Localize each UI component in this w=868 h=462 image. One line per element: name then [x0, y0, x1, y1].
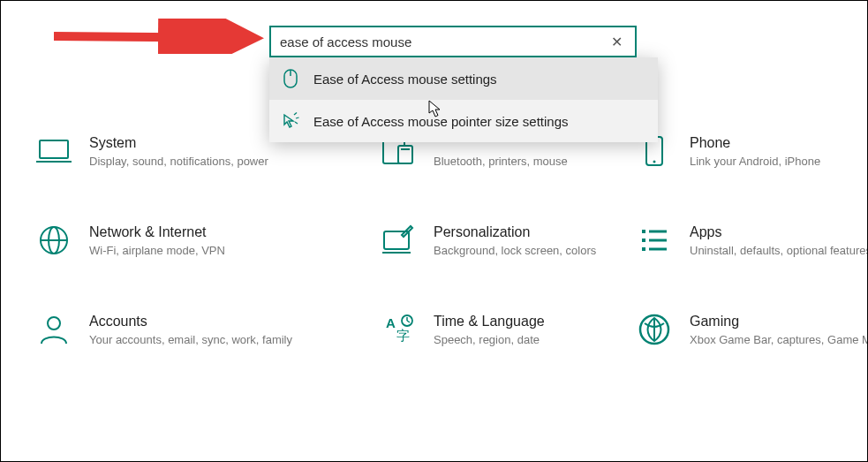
svg-rect-18 — [642, 230, 645, 233]
tile-title: Time & Language — [434, 314, 545, 329]
gaming-icon — [637, 312, 672, 347]
globe-icon — [36, 223, 72, 258]
tile-title: Apps — [690, 224, 868, 240]
search-container: ✕ — [269, 26, 637, 57]
mouse-icon — [282, 70, 299, 87]
tile-personalization[interactable]: Personalization Background, lock screen,… — [336, 223, 610, 259]
tile-desc: Link your Android, iPhone — [690, 155, 820, 170]
tile-phone[interactable]: Phone Link your Android, iPhone — [637, 133, 868, 170]
svg-point-12 — [653, 161, 656, 163]
search-suggestions-dropdown: Ease of Access mouse settings Ease of Ac… — [269, 57, 658, 142]
tile-time-language[interactable]: A字 Time & Language Speech, region, date — [336, 312, 610, 348]
svg-rect-6 — [40, 140, 68, 158]
tile-desc: Display, sound, notifications, power — [89, 155, 268, 170]
svg-text:字: 字 — [396, 328, 410, 343]
clear-icon[interactable]: ✕ — [608, 34, 626, 50]
tile-desc: Wi-Fi, airplane mode, VPN — [89, 244, 225, 259]
pointer-click-icon — [282, 112, 299, 130]
svg-line-5 — [295, 122, 298, 124]
svg-rect-20 — [642, 247, 645, 251]
tile-desc: Speech, region, date — [434, 333, 545, 348]
tile-title: Gaming — [690, 314, 868, 329]
svg-point-24 — [48, 317, 60, 329]
svg-line-4 — [296, 117, 299, 118]
svg-line-29 — [407, 321, 410, 322]
search-input[interactable] — [280, 34, 608, 49]
tile-network[interactable]: Network & Internet Wi-Fi, airplane mode,… — [36, 223, 310, 259]
tile-accounts[interactable]: Accounts Your accounts, email, sync, wor… — [36, 312, 310, 348]
tile-title: Phone — [690, 135, 820, 151]
svg-text:A: A — [386, 315, 396, 330]
accounts-icon — [36, 312, 72, 347]
personalization-icon — [381, 223, 416, 258]
settings-grid: System Display, sound, notifications, po… — [36, 133, 867, 348]
tile-desc: Your accounts, email, sync, work, family — [89, 333, 292, 348]
tile-desc: Uninstall, defaults, optional features — [690, 244, 868, 259]
tile-title: Accounts — [89, 314, 292, 329]
tile-title: Network & Internet — [89, 224, 225, 240]
svg-rect-10 — [401, 148, 410, 150]
tile-desc: Background, lock screen, colors — [434, 244, 596, 259]
time-language-icon: A字 — [381, 312, 416, 347]
suggestion-ease-of-access-pointer-size[interactable]: Ease of Access mouse pointer size settin… — [269, 100, 658, 142]
svg-line-0 — [54, 36, 246, 38]
system-icon — [36, 133, 72, 169]
tile-gaming[interactable]: Gaming Xbox Game Bar, captures, Game Mod… — [637, 312, 868, 348]
suggestion-ease-of-access-mouse-settings[interactable]: Ease of Access mouse settings — [269, 57, 658, 100]
suggestion-label: Ease of Access mouse settings — [313, 72, 497, 87]
tile-desc: Bluetooth, printers, mouse — [434, 155, 568, 170]
svg-line-3 — [294, 113, 297, 116]
svg-rect-19 — [642, 239, 645, 242]
tile-apps[interactable]: Apps Uninstall, defaults, optional featu… — [637, 223, 868, 259]
tile-title: Personalization — [434, 224, 596, 240]
suggestion-label: Ease of Access mouse pointer size settin… — [313, 114, 568, 129]
search-box[interactable]: ✕ — [269, 26, 637, 57]
apps-icon — [637, 223, 672, 258]
annotation-arrow — [54, 19, 266, 54]
tile-title: System — [89, 135, 268, 151]
tile-desc: Xbox Game Bar, captures, Game Mode — [690, 333, 868, 348]
